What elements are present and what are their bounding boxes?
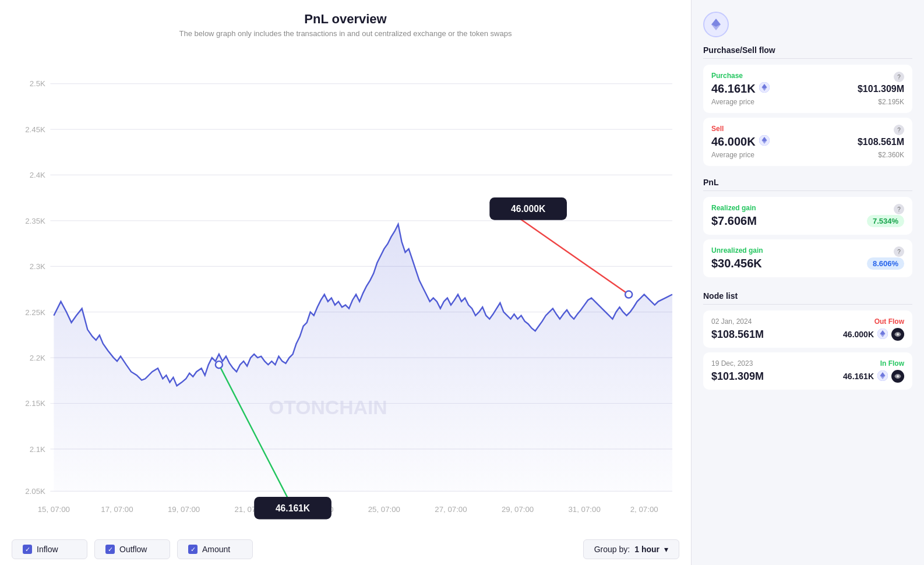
- node-flow-label: In Flow: [880, 359, 904, 368]
- unrealized-label: Unrealized gain: [711, 246, 763, 255]
- sell-label: Sell: [711, 125, 724, 133]
- chart-footer: Inflow Outflow Amount Group by: 1 hour ▾: [12, 532, 679, 565]
- svg-text:OTONCHAIN: OTONCHAIN: [269, 396, 387, 418]
- sell-amounts: 46.000K $108.561M: [711, 135, 904, 149]
- purchase-help-icon[interactable]: ?: [894, 72, 904, 82]
- svg-point-34: [625, 291, 632, 298]
- purchase-label: Purchase: [711, 72, 743, 80]
- chevron-down-icon: ▾: [664, 545, 668, 554]
- unrealized-amount: $30.456K: [711, 257, 762, 270]
- sell-usd-amount: $108.561M: [858, 137, 904, 147]
- outflow-label: Outflow: [119, 545, 147, 554]
- svg-text:2.45K: 2.45K: [25, 125, 45, 134]
- node-list-container: 02 Jan, 2024 Out Flow $108.561M 46.000K …: [703, 310, 912, 390]
- amount-checkbox: [188, 545, 198, 554]
- purchase-eth-amount: 46.161K: [711, 82, 770, 96]
- inflow-label: Inflow: [37, 545, 58, 554]
- realized-help-icon[interactable]: ?: [894, 204, 904, 214]
- svg-text:27, 07:00: 27, 07:00: [435, 505, 467, 514]
- svg-point-54: [897, 375, 899, 377]
- unrealized-gain-card: Unrealized gain ? $30.456K 8.606%: [703, 239, 912, 277]
- sell-card: Sell ? 46.000K $108.561M Average price $…: [703, 118, 912, 166]
- svg-text:17, 07:00: 17, 07:00: [101, 505, 133, 514]
- node-date: 02 Jan, 2024: [711, 317, 752, 326]
- sell-eth-amount: 46.000K: [711, 135, 770, 149]
- purchase-sell-section: Purchase/Sell flow Purchase ? 46.161K $1…: [703, 45, 912, 171]
- svg-text:2.4K: 2.4K: [30, 171, 45, 179]
- node-eye-icon[interactable]: [891, 370, 904, 383]
- node-item: 02 Jan, 2024 Out Flow $108.561M 46.000K: [703, 310, 912, 348]
- realized-amount: $7.606M: [711, 214, 757, 228]
- svg-text:2.25K: 2.25K: [25, 308, 45, 317]
- purchase-eth-badge: [759, 82, 770, 96]
- node-flow-label: Out Flow: [874, 317, 904, 326]
- svg-text:2.35K: 2.35K: [25, 217, 45, 225]
- chart-container: 2.5K 2.45K 2.4K 2.35K 2.3K 2.25K 2.2K 2.…: [12, 50, 679, 532]
- pnl-title: PnL: [703, 178, 912, 191]
- node-eth-row: 46.000K: [843, 328, 904, 341]
- node-eth-amount: 46.000K: [843, 330, 874, 339]
- realized-badge: 7.534%: [867, 215, 904, 227]
- realized-row: $7.606M 7.534%: [711, 214, 904, 228]
- svg-text:19, 07:00: 19, 07:00: [168, 505, 200, 514]
- svg-text:15, 07:00: 15, 07:00: [38, 505, 70, 514]
- sell-avg-value: $2.360K: [878, 151, 904, 159]
- price-chart: 2.5K 2.45K 2.4K 2.35K 2.3K 2.25K 2.2K 2.…: [12, 50, 679, 532]
- svg-text:46.000K: 46.000K: [511, 204, 546, 214]
- svg-text:2.15K: 2.15K: [25, 399, 45, 408]
- node-eth-icon: [877, 329, 888, 341]
- svg-text:2, 07:00: 2, 07:00: [630, 505, 658, 514]
- group-by-prefix: Group by:: [594, 545, 630, 554]
- node-usd: $101.309M: [711, 370, 764, 383]
- group-by-dropdown[interactable]: Group by: 1 hour ▾: [583, 539, 679, 559]
- outflow-toggle[interactable]: Outflow: [94, 539, 170, 559]
- page-header: PnL overview The below graph only includ…: [12, 0, 679, 44]
- purchase-avg-label: Average price: [711, 98, 754, 106]
- svg-point-32: [216, 361, 223, 368]
- svg-text:29, 07:00: 29, 07:00: [502, 505, 534, 514]
- unrealized-badge: 8.606%: [867, 257, 904, 270]
- sell-avg-label: Average price: [711, 151, 754, 159]
- group-by-value: 1 hour: [634, 545, 660, 554]
- purchase-avg-row: Average price $2.195K: [711, 98, 904, 106]
- inflow-checkbox: [23, 545, 32, 554]
- svg-text:2.2K: 2.2K: [30, 354, 45, 362]
- purchase-card: Purchase ? 46.161K $101.309M Average pri…: [703, 65, 912, 113]
- node-eye-icon[interactable]: [891, 328, 904, 341]
- svg-text:2.3K: 2.3K: [30, 262, 45, 271]
- sell-avg-row: Average price $2.360K: [711, 151, 904, 159]
- node-eth-icon: [877, 370, 888, 383]
- purchase-amounts: 46.161K $101.309M: [711, 82, 904, 96]
- svg-text:2.05K: 2.05K: [25, 487, 45, 496]
- page-subtitle: The below graph only includes the transa…: [12, 29, 679, 38]
- svg-line-33: [518, 217, 629, 295]
- node-item: 19 Dec, 2023 In Flow $101.309M 46.161K: [703, 352, 912, 390]
- svg-text:2.5K: 2.5K: [30, 79, 45, 88]
- node-eth-amount: 46.161K: [843, 372, 874, 381]
- realized-gain-card: Realized gain ? $7.606M 7.534%: [703, 197, 912, 235]
- node-list-section: Node list 02 Jan, 2024 Out Flow $108.561…: [703, 291, 912, 394]
- svg-text:31, 07:00: 31, 07:00: [569, 505, 601, 514]
- node-usd: $108.561M: [711, 329, 764, 341]
- page-title: PnL overview: [12, 12, 679, 27]
- svg-text:46.161K: 46.161K: [276, 503, 311, 513]
- unrealized-help-icon[interactable]: ?: [894, 246, 904, 257]
- svg-point-50: [897, 333, 899, 336]
- sell-eth-badge: [759, 135, 770, 149]
- purchase-sell-title: Purchase/Sell flow: [703, 45, 912, 59]
- svg-text:2.1K: 2.1K: [30, 445, 45, 454]
- purchase-avg-value: $2.195K: [878, 98, 904, 106]
- outflow-checkbox: [105, 545, 115, 554]
- amount-toggle[interactable]: Amount: [177, 539, 253, 559]
- node-date: 19 Dec, 2023: [711, 359, 753, 368]
- amount-label: Amount: [202, 545, 230, 554]
- sell-help-icon[interactable]: ?: [894, 125, 904, 135]
- eth-icon: [703, 12, 729, 37]
- inflow-toggle[interactable]: Inflow: [12, 539, 87, 559]
- node-eth-row: 46.161K: [843, 370, 904, 383]
- unrealized-row: $30.456K 8.606%: [711, 257, 904, 270]
- svg-text:25, 07:00: 25, 07:00: [368, 505, 400, 514]
- right-panel: Purchase/Sell flow Purchase ? 46.161K $1…: [691, 0, 924, 565]
- realized-label: Realized gain: [711, 204, 756, 212]
- purchase-usd-amount: $101.309M: [858, 84, 904, 94]
